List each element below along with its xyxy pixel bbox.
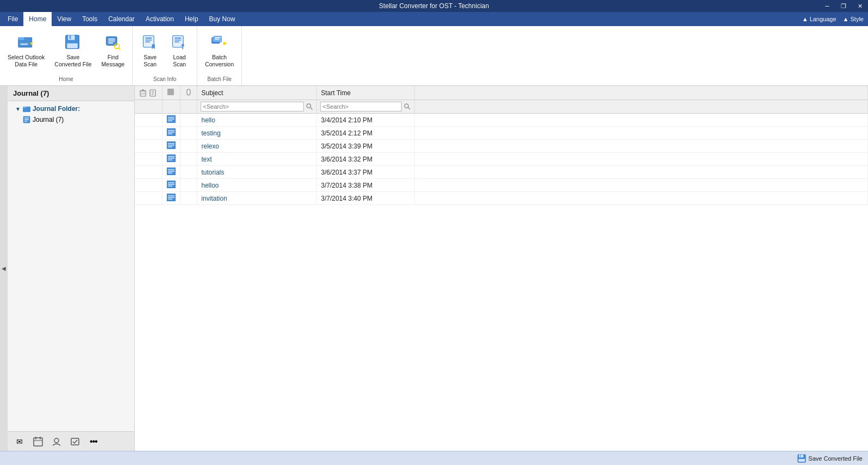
menu-bar: File Home View Tools Calendar Activation…	[0, 12, 868, 26]
journal-7-label: Journal (7)	[33, 116, 64, 123]
menu-right-controls: ▲ Language ▲ Style	[802, 12, 864, 26]
search-starttime-input[interactable]	[320, 102, 402, 111]
table-row[interactable]: helloo3/7/2014 3:38 PM	[135, 179, 868, 192]
row-attach-cell	[180, 140, 197, 153]
attach-icon-header	[185, 88, 192, 96]
menu-home[interactable]: Home	[23, 12, 52, 26]
menu-file[interactable]: File	[2, 12, 23, 26]
menu-view[interactable]: View	[52, 12, 77, 26]
svg-rect-5	[68, 35, 75, 40]
svg-rect-30	[23, 107, 26, 108]
search-type-cell	[162, 100, 180, 114]
svg-rect-2	[20, 44, 28, 45]
menu-tools[interactable]: Tools	[77, 12, 103, 26]
col-extra-header	[414, 86, 868, 100]
tree-item-journal-folder[interactable]: ▼ Journal Folder:	[8, 103, 134, 114]
minimize-button[interactable]: ─	[819, 0, 835, 12]
save-converted-label: SaveConverted File	[54, 54, 91, 67]
search-attach-cell	[180, 100, 197, 114]
ribbon-home-buttons: Select OutlookData File SaveConverted Fi…	[3, 28, 129, 76]
find-message-button[interactable]: FindMessage	[97, 30, 129, 70]
select-ost-label: Select OutlookData File	[8, 54, 45, 67]
table-row[interactable]: testing3/5/2014 2:12 PM	[135, 127, 868, 140]
col-actions-header	[135, 86, 162, 100]
row-extra-cell	[414, 114, 868, 127]
nav-more[interactable]: •••	[86, 434, 101, 449]
svg-rect-27	[215, 39, 219, 40]
tree-item-journal-7[interactable]: Journal (7)	[8, 114, 134, 125]
save-converted-icon	[63, 33, 83, 52]
row-type-cell	[162, 179, 180, 192]
type-icon-header	[167, 88, 174, 96]
row-extra-cell	[414, 153, 868, 166]
row-actions-cell	[135, 192, 162, 205]
row-subject: relexo	[197, 140, 316, 153]
svg-point-39	[54, 438, 59, 443]
save-converted-button[interactable]: SaveConverted File	[50, 30, 96, 70]
table-row[interactable]: hello3/4/2014 2:10 PM	[135, 114, 868, 127]
row-starttime: 3/4/2014 2:10 PM	[316, 114, 414, 127]
col-type-header	[162, 86, 180, 100]
load-scan-button[interactable]: LoadScan	[165, 30, 193, 70]
ribbon-group-home: Select OutlookData File SaveConverted Fi…	[0, 26, 133, 85]
save-scan-label: SaveScan	[143, 54, 157, 67]
select-ost-button[interactable]: Select OutlookData File	[3, 30, 49, 70]
row-extra-cell	[414, 127, 868, 140]
menu-buynow[interactable]: Buy Now	[204, 12, 241, 26]
title-bar: Stellar Converter for OST - Technician ─…	[0, 0, 868, 12]
row-attach-cell	[180, 179, 197, 192]
style-control[interactable]: ▲ Style	[843, 16, 864, 22]
nav-contacts[interactable]	[49, 434, 64, 449]
row-subject: hello	[197, 114, 316, 127]
menu-help[interactable]: Help	[179, 12, 204, 26]
language-control[interactable]: ▲ Language	[802, 16, 836, 22]
row-actions-cell	[135, 153, 162, 166]
collapse-panel-button[interactable]: ◀	[0, 86, 8, 451]
search-subject-icon	[306, 103, 313, 110]
close-button[interactable]: ✕	[852, 0, 868, 12]
select-ost-icon	[16, 33, 36, 52]
row-type-cell	[162, 140, 180, 153]
folder-tree: ▼ Journal Folder: Journal (7)	[8, 101, 134, 431]
journal-row-icon	[167, 168, 176, 175]
table-row[interactable]: relexo3/5/2014 3:39 PM	[135, 140, 868, 153]
nav-footer: ✉ •••	[8, 431, 134, 451]
col-subject-header[interactable]: Subject	[197, 86, 316, 100]
svg-point-51	[307, 104, 310, 108]
svg-rect-26	[215, 37, 221, 38]
search-actions-cell	[135, 100, 162, 114]
svg-point-53	[404, 104, 408, 108]
svg-line-52	[310, 107, 312, 109]
col-attach-header	[180, 86, 197, 100]
menu-calendar[interactable]: Calendar	[103, 12, 140, 26]
main-area: ◀ Journal (7) ▼ Journal Folder:	[0, 86, 868, 451]
save-scan-button[interactable]: SaveScan	[136, 30, 164, 70]
nav-mail[interactable]: ✉	[12, 434, 27, 449]
nav-calendar[interactable]	[30, 434, 46, 449]
table-row[interactable]: text3/6/2014 3:32 PM	[135, 153, 868, 166]
table-row[interactable]: tutorials3/6/2014 3:37 PM	[135, 166, 868, 179]
svg-rect-85	[800, 455, 801, 457]
search-subject-input[interactable]	[201, 102, 304, 111]
row-type-cell	[162, 153, 180, 166]
ribbon-batch-group-label: Batch File	[208, 76, 232, 83]
search-extra-cell	[414, 100, 868, 114]
menu-activation[interactable]: Activation	[140, 12, 179, 26]
find-message-label: FindMessage	[102, 54, 125, 67]
table-row[interactable]: invitation3/7/2014 3:40 PM	[135, 192, 868, 205]
svg-rect-86	[798, 459, 805, 462]
nav-tasks[interactable]	[67, 434, 83, 449]
row-actions-cell	[135, 179, 162, 192]
journal-folder-label: Journal Folder:	[33, 105, 80, 113]
restore-button[interactable]: ❐	[835, 0, 852, 12]
svg-rect-21	[174, 41, 179, 42]
row-extra-cell	[414, 192, 868, 205]
ribbon-home-group-label: Home	[59, 76, 73, 83]
save-converted-status[interactable]: Save Converted File	[797, 454, 863, 463]
col-starttime-header[interactable]: Start Time	[316, 86, 414, 100]
save-converted-status-label: Save Converted File	[808, 455, 863, 462]
batch-conversion-button[interactable]: BatchConversion	[201, 30, 238, 70]
journal-row-icon	[167, 128, 176, 136]
row-starttime: 3/5/2014 2:12 PM	[316, 127, 414, 140]
row-starttime: 3/6/2014 3:37 PM	[316, 166, 414, 179]
